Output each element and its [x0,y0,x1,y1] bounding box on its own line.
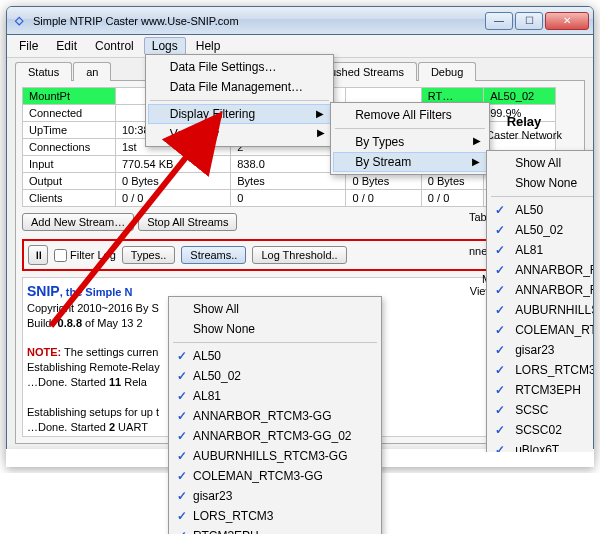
stream-item[interactable]: ✓AUBURNHILLS_RTCM3-GG [171,446,379,466]
table-cell: UpTime [23,122,116,139]
check-icon: ✓ [177,429,187,443]
table-cell: Connections [23,139,116,156]
stream-item[interactable]: ✓AL50_02 [489,220,594,240]
pause-icon[interactable]: ⏸ [28,245,48,265]
mi-show-all[interactable]: Show All [171,299,379,319]
stream-item[interactable]: ✓AL81 [171,386,379,406]
table-cell: Clients [23,190,116,207]
stream-item[interactable]: ✓ANNARBOR_RTCM3-GG [489,260,594,280]
check-icon: ✓ [495,283,505,297]
chevron-right-icon: ▶ [473,135,481,146]
stream-item[interactable]: ✓COLEMAN_RTCM3-GG [489,320,594,340]
maximize-button[interactable]: ☐ [515,12,543,30]
tab-status[interactable]: Status [15,62,72,81]
mi-show-all[interactable]: Show All [489,153,594,173]
mi-by-stream[interactable]: By Stream ▶ Show All Show None ✓AL50✓AL5… [333,152,487,172]
menu-help[interactable]: Help [188,37,229,55]
table-cell: 838.0 [231,156,346,173]
check-icon: ✓ [495,403,505,417]
stream-item[interactable]: ✓uBlox6T [489,440,594,453]
filter-log-checkbox[interactable]: Filter Log [54,249,116,262]
table-cell: Connected [23,105,116,122]
stream-item[interactable]: ✓ANNARBOR_RTCM3-GG_02 [489,280,594,300]
menubar: File Edit Control Logs Data File Setting… [7,35,593,58]
stream-item[interactable]: ✓SCSC [489,400,594,420]
table-cell: 770.54 KB [116,156,231,173]
table-cell: 0 / 0 [346,190,421,207]
menu-control[interactable]: Control [87,37,142,55]
check-icon: ✓ [495,303,505,317]
logs-dropdown: Data File Settings… Data File Management… [145,54,334,147]
types-button[interactable]: Types.. [122,246,175,264]
check-icon: ✓ [495,203,505,217]
check-icon: ✓ [495,263,505,277]
chevron-right-icon: ▶ [316,108,324,119]
check-icon: ✓ [177,469,187,473]
table-cell: 0 [231,190,346,207]
th-mountpt: MountPt [23,88,116,105]
table-cell: Bytes [231,173,346,190]
check-icon: ✓ [495,423,505,437]
stream-item[interactable]: ✓gisar23 [489,340,594,360]
stream-item[interactable]: ✓LORS_RTCM3 [489,360,594,380]
mi-by-types[interactable]: By Types ▶ [333,132,487,152]
stream-item[interactable]: ✓ANNARBOR_RTCM3-GG [171,406,379,426]
check-icon: ✓ [177,409,187,423]
titlebar: ◇ Simple NTRIP Caster www.Use-SNIP.com —… [7,7,593,35]
log-threshold-button[interactable]: Log Threshold.. [252,246,346,264]
menu-edit[interactable]: Edit [48,37,85,55]
stream-item[interactable]: ✓RTCM3EPH [489,380,594,400]
close-button[interactable]: ✕ [545,12,589,30]
stream-item[interactable]: ✓AL50 [489,200,594,220]
check-icon: ✓ [495,243,505,257]
stream-item[interactable]: ✓AL81 [489,240,594,260]
stop-streams-button[interactable]: Stop All Streams [138,213,237,231]
mi-show-none[interactable]: Show None [171,319,379,339]
check-icon: ✓ [495,343,505,357]
table-cell: 0 Bytes [116,173,231,190]
table-cell: 0 Bytes [346,173,421,190]
check-icon: ✓ [177,349,187,363]
table-cell: 0 / 0 [116,190,231,207]
check-icon: ✓ [495,323,505,337]
stream-item[interactable]: ✓AL50 [171,346,379,366]
mi-remove-filters[interactable]: Remove All Filters [333,105,487,125]
streams-popup: Show All Show None ✓AL50✓AL50_02✓AL81✓AN… [168,296,382,473]
check-icon: ✓ [495,383,505,397]
streams-button[interactable]: Streams.. [181,246,246,264]
check-icon: ✓ [177,369,187,383]
add-stream-button[interactable]: Add New Stream… [22,213,134,231]
tab-an[interactable]: an [73,62,111,81]
minimize-button[interactable]: — [485,12,513,30]
mi-datafile-mgmt[interactable]: Data File Management… [148,77,331,97]
menu-logs[interactable]: Logs Data File Settings… Data File Manag… [144,37,186,55]
stream-item[interactable]: ✓SCSC02 [489,420,594,440]
mi-datafile-settings[interactable]: Data File Settings… [148,57,331,77]
check-icon: ✓ [177,449,187,463]
filter-submenu: Remove All Filters By Types ▶ By Stream … [330,102,490,175]
tab-debug[interactable]: Debug [418,62,476,81]
stream-item[interactable]: ✓ANNARBOR_RTCM3-GG_02 [171,426,379,446]
check-icon: ✓ [495,363,505,377]
stream-item[interactable]: ✓AL50_02 [171,366,379,386]
table-cell: Output [23,173,116,190]
app-icon: ◇ [11,13,27,29]
menu-file[interactable]: File [11,37,46,55]
mi-verbosity[interactable]: Verbosity ▶ [148,124,331,144]
by-stream-list: Show All Show None ✓AL50✓AL50_02✓AL81✓AN… [486,150,594,453]
window-title: Simple NTRIP Caster www.Use-SNIP.com [33,15,485,27]
mi-display-filtering[interactable]: Display Filtering ▶ Remove All Filters B… [148,104,331,124]
check-icon: ✓ [177,389,187,403]
chevron-right-icon: ▶ [472,156,480,167]
check-icon: ✓ [495,223,505,237]
mi-show-none[interactable]: Show None [489,173,594,193]
check-icon: ✓ [495,443,505,453]
chevron-right-icon: ▶ [317,127,325,138]
table-cell: Input [23,156,116,173]
stream-item[interactable]: ✓COLEMAN_RTCM3-GG [171,466,379,473]
stream-item[interactable]: ✓AUBURNHILLS_RTCM3-GG [489,300,594,320]
